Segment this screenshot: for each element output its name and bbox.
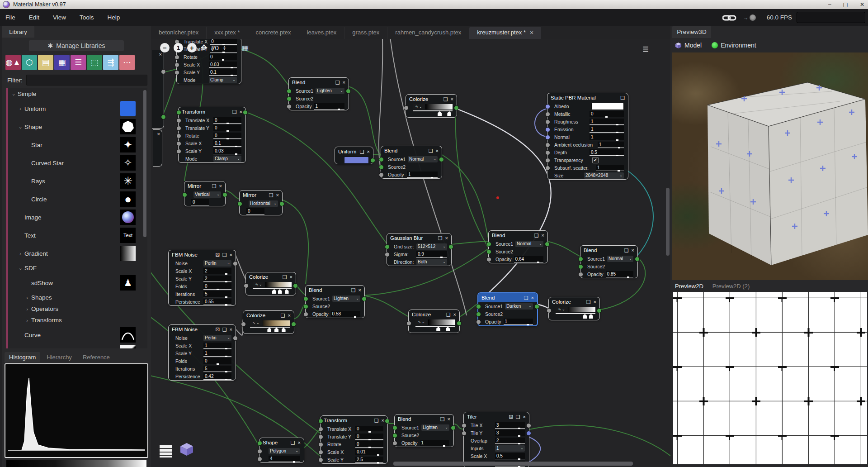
node-preview-icon[interactable]: ❑ — [222, 327, 227, 332]
output-port[interactable] — [534, 304, 539, 309]
output-port[interactable] — [222, 192, 227, 197]
gradient-widget[interactable]: ∿ ⌄ — [413, 104, 453, 115]
gradient-stop[interactable] — [438, 111, 442, 116]
input-port[interactable] — [241, 322, 246, 327]
node-sliver-1[interactable]: × — [152, 50, 164, 129]
param-field[interactable]: 0.03 — [209, 62, 237, 68]
output-port[interactable] — [161, 69, 166, 74]
structure-library-icon[interactable]: ⬚ — [87, 55, 102, 70]
tree-expand-icon[interactable]: › — [17, 251, 24, 256]
param-field[interactable]: 0 — [355, 434, 383, 440]
tab-reference[interactable]: Reference — [78, 352, 114, 362]
node-randomize-icon[interactable]: ⚄ — [215, 253, 220, 257]
node-preview-icon[interactable]: ❑ — [620, 95, 625, 100]
input-port[interactable] — [176, 110, 181, 115]
model-toggle[interactable]: Model — [675, 42, 702, 49]
node-preview-icon[interactable]: ❑ — [232, 110, 237, 114]
input-port[interactable] — [176, 126, 181, 131]
output-port[interactable] — [346, 89, 351, 94]
tree-item-shape[interactable]: ⌄Shape — [8, 118, 147, 136]
tree-expand-icon[interactable]: ⌄ — [10, 91, 17, 97]
param-select[interactable]: Clamp⌄ — [209, 77, 237, 83]
tree-item-star[interactable]: Star✦ — [8, 136, 147, 154]
tab-rahmen-candycrush-ptex[interactable]: rahmen_candycrush.ptex — [387, 27, 469, 39]
interpolation-select[interactable]: ∿ ⌄ — [556, 307, 567, 312]
canvas-vscrollbar[interactable] — [666, 188, 670, 256]
node-sliver-2[interactable]: × — [153, 129, 162, 167]
input-port[interactable] — [462, 431, 467, 436]
param-select[interactable]: Horizontal⌄ — [249, 200, 278, 207]
input-port[interactable] — [318, 457, 323, 462]
input-port[interactable] — [303, 296, 308, 301]
gradient-stop[interactable] — [446, 327, 450, 331]
node-blend-3[interactable]: Blend❑×Source1Normal⌄Source2Opacity0.64 — [488, 230, 548, 263]
param-select[interactable]: Polygon⌄ — [269, 448, 300, 454]
tab-grass-ptex[interactable]: grass.ptex — [344, 27, 387, 39]
input-port[interactable] — [406, 321, 411, 326]
param-select[interactable]: Lighten⌄ — [332, 295, 360, 302]
param-field[interactable]: 0.1 — [209, 69, 237, 76]
param-field[interactable]: 1 — [314, 103, 344, 110]
input-port[interactable] — [545, 119, 550, 124]
output-port[interactable] — [597, 308, 602, 313]
filter-library-icon[interactable]: ☰ — [71, 55, 86, 70]
manage-libraries-button[interactable]: ✱ Manage Libraries — [29, 40, 124, 51]
node-blend-5[interactable]: Blend❑×Source1Lighten⌄Source2Opacity0.58 — [305, 285, 365, 318]
output-port[interactable] — [161, 114, 166, 119]
param-select[interactable]: 512×512⌄ — [416, 243, 447, 250]
node-preview-icon[interactable]: ❑ — [524, 295, 528, 300]
node-preview-icon[interactable]: ❑ — [269, 193, 274, 198]
param-select[interactable]: Both⌄ — [416, 259, 447, 265]
node-close-icon[interactable]: × — [531, 295, 534, 300]
menu-edit[interactable]: Edit — [22, 9, 46, 26]
gradient-stop[interactable] — [267, 328, 271, 332]
input-port[interactable] — [257, 449, 262, 454]
input-port[interactable] — [486, 242, 491, 247]
input-port[interactable] — [176, 141, 181, 146]
node-colorize-3[interactable]: Colorize❑×∿ ⌄ — [243, 310, 294, 334]
input-port[interactable] — [392, 441, 397, 446]
filter-input[interactable] — [26, 75, 147, 86]
input-port[interactable] — [578, 257, 583, 262]
node-close-icon[interactable]: × — [343, 80, 345, 85]
gradient-stop[interactable] — [583, 314, 587, 319]
input-port[interactable] — [303, 304, 308, 309]
input-port[interactable] — [237, 201, 242, 206]
param-field[interactable]: 0 — [355, 441, 383, 448]
gradient-stop[interactable] — [436, 327, 440, 331]
node-blend-7[interactable]: Blend❑×Source1Lighten⌄Source2Opacity1 — [394, 414, 454, 447]
param-checkbox[interactable]: ✔ — [592, 157, 599, 163]
param-field[interactable]: 3 — [495, 430, 525, 436]
node-preview-icon[interactable]: ❑ — [446, 312, 451, 317]
gradient-bar[interactable] — [263, 320, 290, 326]
tree-expand-icon[interactable]: ⌄ — [17, 265, 24, 271]
param-field[interactable]: 0.03 — [213, 148, 241, 154]
input-port[interactable] — [318, 427, 323, 432]
output-port[interactable] — [243, 110, 248, 115]
param-field[interactable]: 1 — [590, 126, 624, 133]
param-field[interactable]: 0.5 — [495, 453, 525, 459]
output-port[interactable] — [526, 423, 531, 428]
output-port[interactable] — [291, 322, 296, 327]
input-port[interactable] — [287, 89, 292, 94]
param-select[interactable]: Lighten⌄ — [421, 424, 449, 431]
input-port[interactable] — [486, 249, 491, 254]
zoom-in-button[interactable]: + — [187, 43, 197, 52]
output-port[interactable] — [454, 105, 459, 110]
pattern-library-icon[interactable]: ▤ — [38, 55, 53, 70]
param-field[interactable]: 0.1 — [213, 140, 241, 147]
param-select[interactable]: Normal⌄ — [408, 156, 438, 162]
param-field[interactable]: 1 — [203, 350, 231, 357]
output-port[interactable] — [293, 283, 298, 288]
node-close-icon[interactable]: × — [219, 184, 222, 189]
cube-gizmo-icon[interactable] — [179, 442, 194, 457]
node-preview-icon[interactable]: ❑ — [429, 148, 433, 153]
tree-expand-icon[interactable]: › — [24, 306, 30, 312]
input-port[interactable] — [404, 105, 409, 110]
input-port[interactable] — [578, 272, 583, 277]
input-port[interactable] — [379, 172, 384, 177]
param-select[interactable]: Perlin⌄ — [203, 335, 231, 341]
tree-item-profile[interactable]: Profile — [8, 344, 147, 348]
node-preview-icon[interactable]: ❑ — [281, 313, 285, 318]
param-field[interactable]: 1 — [590, 119, 624, 125]
